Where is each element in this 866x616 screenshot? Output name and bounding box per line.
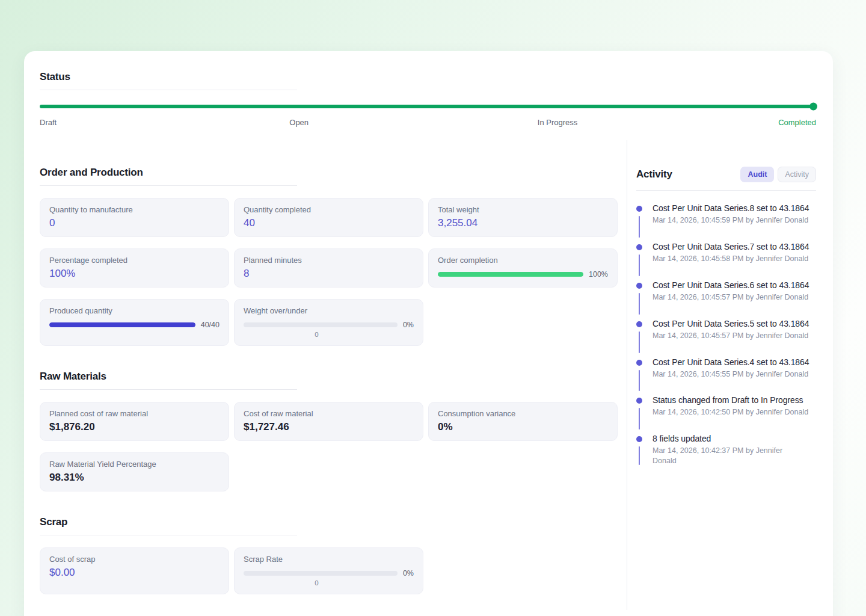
activity-entry-timestamp: Mar 14, 2026, 10:45:58 PM by Jennifer Do… — [653, 254, 816, 264]
status-step-completed: Completed — [778, 118, 816, 127]
status-section-title: Status — [40, 71, 816, 83]
tab-audit[interactable]: Audit — [740, 167, 774, 182]
status-progress-bar — [40, 105, 816, 108]
timeline-dot-icon — [636, 244, 642, 250]
metric-label: Percentage completed — [49, 256, 220, 265]
activity-header-divider — [636, 190, 816, 191]
metric-label: Planned cost of raw material — [49, 409, 220, 418]
raw-materials-section: Raw Materials Planned cost of raw materi… — [40, 371, 618, 491]
metric-card-consumption-variance: Consumption variance 0% — [428, 402, 618, 441]
section-divider — [40, 535, 297, 535]
metric-card-cost-of-raw-material: Cost of raw material $1,727.46 — [234, 402, 423, 441]
metric-value: 100% — [49, 268, 220, 280]
metric-card-planned-minutes: Planned minutes 8 — [234, 248, 423, 288]
metric-card-raw-material-yield-percentage: Raw Material Yield Percentage 98.31% — [40, 452, 229, 491]
metric-value: 8 — [244, 268, 414, 280]
section-divider — [40, 90, 297, 90]
order-production-title: Order and Production — [40, 167, 618, 179]
activity-entry-timestamp: Mar 14, 2026, 10:42:37 PM by Jennifer Do… — [653, 446, 797, 466]
progress-sublabel: 0 — [244, 579, 390, 587]
metric-card-produced-quantity: Produced quantity 40/40 — [40, 299, 229, 346]
metric-label: Quantity to manufacture — [49, 205, 220, 214]
metric-card-quantity-completed: Quantity completed 40 — [234, 198, 423, 237]
scrap-rate-progress-track — [244, 571, 398, 576]
metric-value: $1,727.46 — [244, 421, 414, 433]
metric-card-order-completion: Order completion 100% — [428, 248, 618, 288]
metric-value: 0% — [438, 421, 608, 433]
status-progress-fill — [40, 105, 816, 108]
metric-value: $1,876.20 — [49, 421, 220, 433]
progress-ratio-label: 40/40 — [201, 321, 220, 329]
section-divider — [40, 389, 297, 390]
order-completion-progress-fill — [438, 272, 583, 277]
scrap-title: Scrap — [40, 516, 618, 528]
metric-value: $0.00 — [49, 567, 220, 579]
activity-log-entry: 8 fields updated Mar 14, 2026, 10:42:37 … — [636, 434, 816, 466]
progress-percent-label: 100% — [589, 270, 608, 279]
status-progress-track — [40, 105, 816, 108]
produced-quantity-progress-track — [49, 322, 195, 327]
metric-card-cost-of-scrap: Cost of scrap $0.00 — [40, 547, 229, 594]
activity-panel-title: Activity — [636, 168, 672, 180]
activity-entry-title: Cost Per Unit Data Series.6 set to 43.18… — [653, 280, 816, 290]
progress-sublabel: 0 — [244, 331, 390, 338]
scrap-section: Scrap Cost of scrap $0.00 Scrap Rate 0% — [40, 516, 618, 594]
weight-over-under-progress-track — [244, 322, 398, 327]
metric-value: 40 — [244, 217, 414, 229]
activity-log-entry: Status changed from Draft to In Progress… — [636, 395, 816, 417]
main-panel: Status Draft Open In Progress Completed … — [24, 51, 833, 616]
activity-timeline: Cost Per Unit Data Series.8 set to 43.18… — [636, 203, 816, 466]
activity-log-entry: Cost Per Unit Data Series.5 set to 43.18… — [636, 319, 816, 341]
raw-materials-title: Raw Materials — [40, 371, 618, 383]
activity-entry-title: Cost Per Unit Data Series.8 set to 43.18… — [653, 203, 816, 213]
metric-label: Consumption variance — [438, 409, 608, 418]
metric-card-quantity-to-manufacture: Quantity to manufacture 0 — [40, 198, 229, 237]
order-completion-progress-track — [438, 272, 583, 277]
activity-entry-timestamp: Mar 14, 2026, 10:45:57 PM by Jennifer Do… — [653, 292, 816, 303]
activity-tabs: Audit Activity — [740, 167, 816, 182]
metric-label: Total weight — [438, 205, 608, 214]
status-step-draft: Draft — [40, 118, 57, 127]
timeline-dot-icon — [636, 360, 642, 366]
activity-entry-title: Cost Per Unit Data Series.5 set to 43.18… — [653, 319, 816, 328]
activity-panel: Activity Audit Activity Cost Per Unit Da… — [627, 140, 816, 610]
metric-label: Weight over/under — [244, 306, 414, 315]
timeline-dot-icon — [636, 283, 642, 289]
activity-entry-timestamp: Mar 14, 2026, 10:45:59 PM by Jennifer Do… — [653, 215, 816, 226]
metric-value: 3,255.04 — [438, 217, 608, 229]
timeline-dot-icon — [636, 321, 642, 327]
metric-card-percentage-completed: Percentage completed 100% — [40, 248, 229, 288]
metric-label: Raw Material Yield Percentage — [49, 460, 220, 469]
metric-label: Planned minutes — [244, 256, 414, 265]
metric-label: Order completion — [438, 256, 608, 265]
metric-label: Produced quantity — [49, 306, 220, 315]
produced-quantity-progress-fill — [49, 322, 195, 327]
activity-log-entry: Cost Per Unit Data Series.7 set to 43.18… — [636, 242, 816, 264]
activity-log-entry: Cost Per Unit Data Series.8 set to 43.18… — [636, 203, 816, 226]
activity-entry-timestamp: Mar 14, 2026, 10:45:57 PM by Jennifer Do… — [653, 331, 816, 341]
order-production-section: Order and Production Quantity to manufac… — [40, 167, 618, 346]
activity-entry-title: Cost Per Unit Data Series.4 set to 43.18… — [653, 357, 816, 367]
metric-card-weight-over-under: Weight over/under 0% 0 — [234, 299, 423, 346]
activity-entry-title: 8 fields updated — [653, 434, 816, 443]
status-step-in-progress: In Progress — [538, 118, 577, 127]
tab-activity[interactable]: Activity — [778, 167, 816, 182]
activity-entry-timestamp: Mar 14, 2026, 10:42:50 PM by Jennifer Do… — [653, 407, 816, 417]
activity-entry-title: Cost Per Unit Data Series.7 set to 43.18… — [653, 242, 816, 251]
status-steps: Draft Open In Progress Completed — [40, 118, 816, 128]
status-section: Status Draft Open In Progress Completed — [40, 71, 816, 128]
activity-log-entry: Cost Per Unit Data Series.4 set to 43.18… — [636, 357, 816, 380]
metric-label: Quantity completed — [244, 205, 414, 214]
status-step-open: Open — [289, 118, 309, 127]
metric-value: 0 — [49, 217, 220, 229]
timeline-dot-icon — [636, 436, 642, 442]
activity-entry-timestamp: Mar 14, 2026, 10:45:55 PM by Jennifer Do… — [653, 369, 816, 380]
metric-card-total-weight: Total weight 3,255.04 — [428, 198, 618, 237]
activity-log-entry: Cost Per Unit Data Series.6 set to 43.18… — [636, 280, 816, 303]
metric-card-planned-cost-of-raw-material: Planned cost of raw material $1,876.20 — [40, 402, 229, 441]
status-progress-dot-icon — [809, 103, 817, 111]
metric-card-scrap-rate: Scrap Rate 0% 0 — [234, 547, 423, 594]
metric-label: Cost of raw material — [244, 409, 414, 418]
section-divider — [40, 185, 297, 186]
timeline-dot-icon — [636, 398, 642, 404]
